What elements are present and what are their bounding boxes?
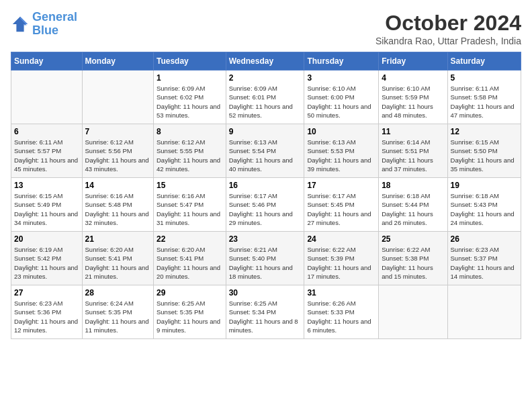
calendar-cell xyxy=(379,285,447,339)
day-number: 2 xyxy=(229,73,302,83)
day-number: 1 xyxy=(157,73,223,83)
calendar-cell: 4Sunrise: 6:10 AM Sunset: 5:59 PM Daylig… xyxy=(379,71,447,124)
calendar-cell: 18Sunrise: 6:18 AM Sunset: 5:44 PM Dayli… xyxy=(379,178,447,232)
day-info: Sunrise: 6:15 AM Sunset: 5:50 PM Dayligh… xyxy=(451,138,518,173)
header-row: SundayMondayTuesdayWednesdayThursdayFrid… xyxy=(11,52,521,71)
logo-line1: General xyxy=(32,10,77,24)
day-number: 6 xyxy=(14,127,79,136)
day-info: Sunrise: 6:25 AM Sunset: 5:34 PM Dayligh… xyxy=(229,299,302,334)
day-number: 29 xyxy=(157,288,223,298)
calendar-cell: 17Sunrise: 6:17 AM Sunset: 5:45 PM Dayli… xyxy=(304,178,379,232)
calendar-table: SundayMondayTuesdayWednesdayThursdayFrid… xyxy=(11,52,521,339)
day-info: Sunrise: 6:09 AM Sunset: 6:01 PM Dayligh… xyxy=(229,84,302,120)
day-info: Sunrise: 6:23 AM Sunset: 5:37 PM Dayligh… xyxy=(451,245,518,281)
calendar-cell: 8Sunrise: 6:12 AM Sunset: 5:55 PM Daylig… xyxy=(154,124,226,178)
calendar-cell: 30Sunrise: 6:25 AM Sunset: 5:34 PM Dayli… xyxy=(226,285,304,339)
day-number: 24 xyxy=(307,234,375,244)
day-number: 25 xyxy=(382,234,444,244)
calendar-cell: 10Sunrise: 6:13 AM Sunset: 5:53 PM Dayli… xyxy=(304,124,379,178)
day-number: 15 xyxy=(157,181,223,190)
day-number: 26 xyxy=(451,234,518,244)
calendar-cell: 21Sunrise: 6:20 AM Sunset: 5:41 PM Dayli… xyxy=(82,232,153,285)
day-info: Sunrise: 6:25 AM Sunset: 5:35 PM Dayligh… xyxy=(157,299,223,334)
day-info: Sunrise: 6:16 AM Sunset: 5:47 PM Dayligh… xyxy=(157,191,223,227)
day-info: Sunrise: 6:23 AM Sunset: 5:36 PM Dayligh… xyxy=(14,299,79,334)
calendar-cell: 27Sunrise: 6:23 AM Sunset: 5:36 PM Dayli… xyxy=(11,285,83,339)
day-number: 31 xyxy=(307,288,375,298)
header-day-wednesday: Wednesday xyxy=(226,52,304,71)
day-number: 17 xyxy=(307,181,375,190)
calendar-week-2: 6Sunrise: 6:11 AM Sunset: 5:57 PM Daylig… xyxy=(11,124,521,178)
header-day-thursday: Thursday xyxy=(304,52,379,71)
calendar-week-5: 27Sunrise: 6:23 AM Sunset: 5:36 PM Dayli… xyxy=(11,285,521,339)
month-title: October 2024 xyxy=(375,11,521,36)
calendar-cell: 9Sunrise: 6:13 AM Sunset: 5:54 PM Daylig… xyxy=(226,124,304,178)
calendar-cell: 5Sunrise: 6:11 AM Sunset: 5:58 PM Daylig… xyxy=(447,71,521,124)
calendar-cell xyxy=(82,71,153,124)
header-day-tuesday: Tuesday xyxy=(154,52,226,71)
calendar-cell: 3Sunrise: 6:10 AM Sunset: 6:00 PM Daylig… xyxy=(304,71,379,124)
day-info: Sunrise: 6:21 AM Sunset: 5:40 PM Dayligh… xyxy=(229,245,302,281)
calendar-cell: 23Sunrise: 6:21 AM Sunset: 5:40 PM Dayli… xyxy=(226,232,304,285)
day-info: Sunrise: 6:11 AM Sunset: 5:58 PM Dayligh… xyxy=(451,84,518,120)
header-day-monday: Monday xyxy=(82,52,153,71)
calendar-cell: 14Sunrise: 6:16 AM Sunset: 5:48 PM Dayli… xyxy=(82,178,153,232)
day-info: Sunrise: 6:19 AM Sunset: 5:42 PM Dayligh… xyxy=(14,245,79,281)
calendar-cell: 28Sunrise: 6:24 AM Sunset: 5:35 PM Dayli… xyxy=(82,285,153,339)
day-number: 20 xyxy=(14,234,79,244)
calendar-cell: 19Sunrise: 6:18 AM Sunset: 5:43 PM Dayli… xyxy=(447,178,521,232)
logo-line2: Blue xyxy=(32,24,58,37)
calendar-week-1: 1Sunrise: 6:09 AM Sunset: 6:02 PM Daylig… xyxy=(11,71,521,124)
page-header: General Blue October 2024 Sikandra Rao, … xyxy=(11,11,521,46)
day-number: 10 xyxy=(307,127,375,136)
calendar-cell: 29Sunrise: 6:25 AM Sunset: 5:35 PM Dayli… xyxy=(154,285,226,339)
calendar-cell xyxy=(447,285,521,339)
calendar-cell: 11Sunrise: 6:14 AM Sunset: 5:51 PM Dayli… xyxy=(379,124,447,178)
day-number: 8 xyxy=(157,127,223,136)
day-info: Sunrise: 6:18 AM Sunset: 5:44 PM Dayligh… xyxy=(382,191,444,227)
day-info: Sunrise: 6:15 AM Sunset: 5:49 PM Dayligh… xyxy=(14,191,79,227)
day-info: Sunrise: 6:12 AM Sunset: 5:55 PM Dayligh… xyxy=(157,138,223,173)
day-number: 7 xyxy=(85,127,150,136)
day-info: Sunrise: 6:11 AM Sunset: 5:57 PM Dayligh… xyxy=(14,138,79,173)
calendar-cell: 24Sunrise: 6:22 AM Sunset: 5:39 PM Dayli… xyxy=(304,232,379,285)
day-info: Sunrise: 6:14 AM Sunset: 5:51 PM Dayligh… xyxy=(382,138,444,173)
calendar-cell: 13Sunrise: 6:15 AM Sunset: 5:49 PM Dayli… xyxy=(11,178,83,232)
day-info: Sunrise: 6:17 AM Sunset: 5:46 PM Dayligh… xyxy=(229,191,302,227)
day-info: Sunrise: 6:24 AM Sunset: 5:35 PM Dayligh… xyxy=(85,299,150,334)
day-info: Sunrise: 6:22 AM Sunset: 5:38 PM Dayligh… xyxy=(382,245,444,281)
day-number: 30 xyxy=(229,288,302,298)
day-number: 19 xyxy=(451,181,518,190)
day-number: 13 xyxy=(14,181,79,190)
day-number: 11 xyxy=(382,127,444,136)
day-info: Sunrise: 6:20 AM Sunset: 5:41 PM Dayligh… xyxy=(85,245,150,281)
day-number: 4 xyxy=(382,73,444,83)
day-info: Sunrise: 6:09 AM Sunset: 6:02 PM Dayligh… xyxy=(157,84,223,120)
calendar-cell: 1Sunrise: 6:09 AM Sunset: 6:02 PM Daylig… xyxy=(154,71,226,124)
calendar-cell: 31Sunrise: 6:26 AM Sunset: 5:33 PM Dayli… xyxy=(304,285,379,339)
day-number: 5 xyxy=(451,73,518,83)
calendar-week-4: 20Sunrise: 6:19 AM Sunset: 5:42 PM Dayli… xyxy=(11,232,521,285)
header-day-sunday: Sunday xyxy=(11,52,83,71)
calendar-cell: 16Sunrise: 6:17 AM Sunset: 5:46 PM Dayli… xyxy=(226,178,304,232)
calendar-cell: 26Sunrise: 6:23 AM Sunset: 5:37 PM Dayli… xyxy=(447,232,521,285)
header-day-saturday: Saturday xyxy=(447,52,521,71)
title-block: October 2024 Sikandra Rao, Uttar Pradesh… xyxy=(375,11,521,46)
logo-text: General Blue xyxy=(32,11,77,38)
calendar-cell: 6Sunrise: 6:11 AM Sunset: 5:57 PM Daylig… xyxy=(11,124,83,178)
day-info: Sunrise: 6:12 AM Sunset: 5:56 PM Dayligh… xyxy=(85,138,150,173)
day-number: 14 xyxy=(85,181,150,190)
day-info: Sunrise: 6:18 AM Sunset: 5:43 PM Dayligh… xyxy=(451,191,518,227)
calendar-cell: 12Sunrise: 6:15 AM Sunset: 5:50 PM Dayli… xyxy=(447,124,521,178)
day-info: Sunrise: 6:22 AM Sunset: 5:39 PM Dayligh… xyxy=(307,245,375,281)
calendar-cell: 22Sunrise: 6:20 AM Sunset: 5:41 PM Dayli… xyxy=(154,232,226,285)
day-info: Sunrise: 6:10 AM Sunset: 6:00 PM Dayligh… xyxy=(307,84,375,120)
day-number: 3 xyxy=(307,73,375,83)
calendar-cell: 2Sunrise: 6:09 AM Sunset: 6:01 PM Daylig… xyxy=(226,71,304,124)
day-number: 9 xyxy=(229,127,302,136)
day-info: Sunrise: 6:16 AM Sunset: 5:48 PM Dayligh… xyxy=(85,191,150,227)
day-info: Sunrise: 6:20 AM Sunset: 5:41 PM Dayligh… xyxy=(157,245,223,281)
calendar-header: SundayMondayTuesdayWednesdayThursdayFrid… xyxy=(11,52,521,71)
calendar-body: 1Sunrise: 6:09 AM Sunset: 6:02 PM Daylig… xyxy=(11,71,521,339)
day-info: Sunrise: 6:13 AM Sunset: 5:54 PM Dayligh… xyxy=(229,138,302,173)
